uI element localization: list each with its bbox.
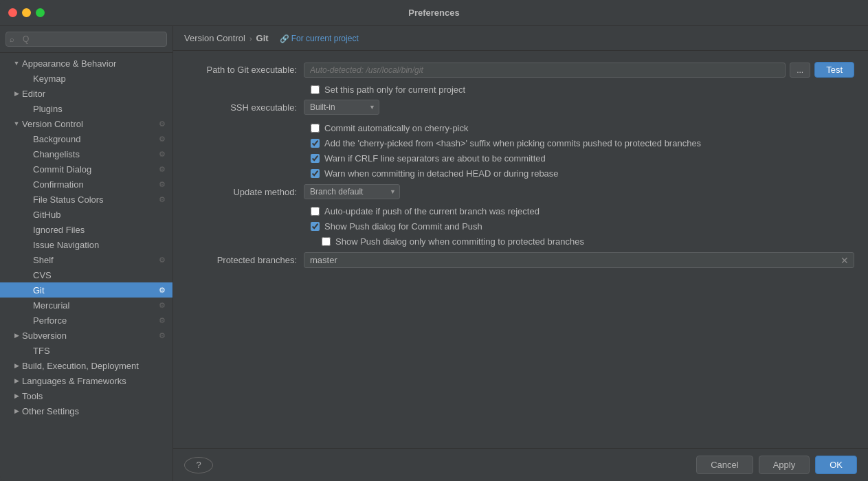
sidebar-item-keymap[interactable]: Keymap bbox=[0, 71, 173, 86]
set-path-checkbox[interactable] bbox=[311, 85, 320, 94]
sidebar-item-label: Background bbox=[33, 134, 159, 144]
gear-icon: ⚙ bbox=[159, 256, 167, 265]
sidebar-item-git[interactable]: Git ⚙ bbox=[0, 282, 173, 298]
ssh-row: SSH executable: Built-in Native ▼ bbox=[187, 100, 854, 115]
ok-button[interactable]: OK bbox=[815, 456, 857, 474]
sidebar-item-label: Keymap bbox=[33, 74, 167, 84]
sidebar-item-ignored-files[interactable]: Ignored Files bbox=[0, 222, 173, 237]
content-area: Version Control › Git For current projec… bbox=[173, 26, 868, 481]
sidebar-item-commit-dialog[interactable]: Commit Dialog ⚙ bbox=[0, 161, 173, 177]
sidebar-item-label: Shelf bbox=[33, 255, 159, 265]
minimize-button[interactable] bbox=[22, 8, 31, 17]
browse-button[interactable]: ... bbox=[790, 63, 810, 78]
protected-branches-label: Protected branches: bbox=[187, 255, 304, 265]
add-suffix-row: Add the 'cherry-picked from <hash>' suff… bbox=[187, 138, 854, 148]
ssh-select-wrap: Built-in Native ▼ bbox=[304, 100, 379, 115]
update-method-row: Update method: Branch default Merge Reba… bbox=[187, 184, 854, 199]
sidebar-item-label: Version Control bbox=[22, 119, 159, 129]
sidebar-item-mercurial[interactable]: Mercurial ⚙ bbox=[0, 298, 173, 313]
sidebar-item-tfs[interactable]: TFS bbox=[0, 343, 173, 358]
expand-arrow bbox=[11, 88, 22, 99]
protected-branches-row: Protected branches: ✕ bbox=[187, 252, 854, 268]
cancel-button[interactable]: Cancel bbox=[696, 456, 753, 474]
auto-update-checkbox[interactable] bbox=[311, 207, 320, 216]
sidebar-item-other-settings[interactable]: Other Settings bbox=[0, 403, 173, 418]
sidebar-item-editor[interactable]: Editor bbox=[0, 86, 173, 101]
warn-crlf-row: Warn if CRLF line separators are about t… bbox=[187, 153, 854, 164]
auto-update-row: Auto-update if push of the current branc… bbox=[187, 206, 854, 216]
search-input[interactable] bbox=[5, 32, 167, 47]
sidebar-item-subversion[interactable]: Subversion ⚙ bbox=[0, 328, 173, 343]
sidebar-item-issue-navigation[interactable]: Issue Navigation bbox=[0, 237, 173, 252]
gear-icon: ⚙ bbox=[159, 301, 167, 310]
gear-icon: ⚙ bbox=[159, 150, 167, 159]
sidebar-item-label: Issue Navigation bbox=[33, 240, 167, 250]
add-suffix-checkbox[interactable] bbox=[311, 139, 320, 148]
protected-branches-input[interactable] bbox=[304, 252, 854, 268]
commit-cherry-pick-checkbox[interactable] bbox=[311, 124, 320, 133]
gear-icon: ⚙ bbox=[159, 286, 167, 295]
path-input-row: ... Test bbox=[304, 62, 854, 78]
expand-arrow bbox=[11, 118, 22, 129]
for-current-project-link[interactable]: For current project bbox=[280, 34, 359, 43]
warn-detached-label: Warn when committing in detached HEAD or… bbox=[324, 168, 559, 179]
sidebar-item-changelists[interactable]: Changelists ⚙ bbox=[0, 146, 173, 161]
breadcrumb-child: Git bbox=[256, 33, 269, 43]
commit-cherry-pick-row: Commit automatically on cherry-pick bbox=[187, 123, 854, 133]
gear-icon: ⚙ bbox=[159, 316, 167, 325]
window-controls bbox=[8, 8, 45, 17]
gear-icon: ⚙ bbox=[159, 195, 167, 204]
warn-crlf-checkbox[interactable] bbox=[311, 154, 320, 163]
update-method-label: Update method: bbox=[187, 187, 304, 197]
sidebar-item-confirmation[interactable]: Confirmation ⚙ bbox=[0, 177, 173, 192]
warn-detached-checkbox[interactable] bbox=[311, 169, 320, 178]
search-bar: ⌕ bbox=[0, 26, 173, 53]
sidebar-item-label: TFS bbox=[33, 346, 167, 356]
show-push-protected-checkbox[interactable] bbox=[322, 237, 331, 246]
gear-icon: ⚙ bbox=[159, 331, 167, 340]
sidebar-item-label: Subversion bbox=[22, 331, 159, 341]
sidebar-item-label: Ignored Files bbox=[33, 225, 167, 235]
sidebar-item-label: Languages & Frameworks bbox=[22, 376, 167, 386]
expand-arrow bbox=[11, 360, 22, 371]
protected-clear-button[interactable]: ✕ bbox=[836, 253, 853, 268]
sidebar-item-appearance-behavior[interactable]: Appearance & Behavior bbox=[0, 56, 173, 71]
show-push-protected-row: Show Push dialog only when committing to… bbox=[187, 236, 854, 247]
sidebar-item-build[interactable]: Build, Execution, Deployment bbox=[0, 358, 173, 373]
show-push-dialog-checkbox[interactable] bbox=[311, 222, 320, 231]
expand-arrow bbox=[11, 390, 22, 401]
test-button[interactable]: Test bbox=[814, 62, 854, 78]
path-input[interactable] bbox=[304, 63, 786, 78]
sidebar-item-label: GitHub bbox=[33, 210, 167, 220]
ssh-select[interactable]: Built-in Native bbox=[304, 100, 379, 115]
path-label: Path to Git executable: bbox=[187, 65, 304, 75]
update-method-select[interactable]: Branch default Merge Rebase bbox=[304, 184, 400, 199]
sidebar-item-plugins[interactable]: Plugins bbox=[0, 101, 173, 116]
apply-button[interactable]: Apply bbox=[759, 456, 810, 474]
sidebar-item-github[interactable]: GitHub bbox=[0, 207, 173, 222]
sidebar-item-languages[interactable]: Languages & Frameworks bbox=[0, 373, 173, 388]
sidebar-item-shelf[interactable]: Shelf ⚙ bbox=[0, 252, 173, 267]
add-suffix-label: Add the 'cherry-picked from <hash>' suff… bbox=[324, 138, 701, 148]
title-bar: Preferences bbox=[0, 0, 868, 26]
sidebar-item-label: Build, Execution, Deployment bbox=[22, 361, 167, 371]
sidebar-item-file-status-colors[interactable]: File Status Colors ⚙ bbox=[0, 192, 173, 207]
sidebar-item-label: Editor bbox=[22, 89, 167, 99]
breadcrumb-parent: Version Control bbox=[184, 33, 245, 43]
show-push-dialog-label: Show Push dialog for Commit and Push bbox=[324, 221, 482, 232]
close-button[interactable] bbox=[8, 8, 17, 17]
search-icon: ⌕ bbox=[10, 35, 14, 43]
sidebar-item-background[interactable]: Background ⚙ bbox=[0, 131, 173, 146]
warn-detached-row: Warn when committing in detached HEAD or… bbox=[187, 168, 854, 179]
sidebar-item-tools[interactable]: Tools bbox=[0, 388, 173, 403]
help-button[interactable]: ? bbox=[184, 457, 213, 473]
sidebar-item-label: Other Settings bbox=[22, 406, 167, 416]
gear-icon: ⚙ bbox=[159, 120, 167, 128]
sidebar-item-cvs[interactable]: CVS bbox=[0, 267, 173, 282]
sidebar-item-version-control[interactable]: Version Control ⚙ bbox=[0, 116, 173, 131]
sidebar-item-perforce[interactable]: Perforce ⚙ bbox=[0, 313, 173, 328]
maximize-button[interactable] bbox=[36, 8, 45, 17]
gear-icon: ⚙ bbox=[159, 165, 167, 174]
show-push-protected-label: Show Push dialog only when committing to… bbox=[335, 236, 584, 247]
content-header: Version Control › Git For current projec… bbox=[173, 26, 868, 51]
